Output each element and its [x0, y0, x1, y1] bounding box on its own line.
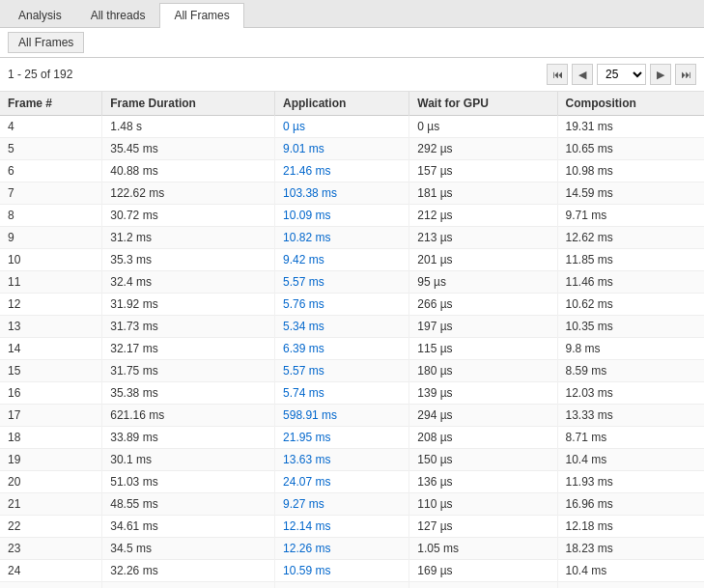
first-page-button[interactable]: ⏮	[547, 64, 568, 85]
table-cell: 20	[0, 471, 102, 493]
table-cell: 11.93 ms	[557, 471, 704, 493]
tab-analysis[interactable]: Analysis	[4, 3, 76, 27]
table-cell: 31.73 ms	[102, 316, 275, 338]
table-cell: 51.03 ms	[102, 471, 275, 493]
table-cell: 19.31 ms	[557, 116, 704, 138]
table-cell: 6	[0, 160, 102, 182]
table-cell: 5	[0, 138, 102, 160]
table-row[interactable]: 1035.3 ms9.42 ms201 µs11.85 ms	[0, 249, 704, 271]
table-cell: 31.92 ms	[102, 294, 275, 316]
table-row[interactable]: 1531.75 ms5.57 ms180 µs8.59 ms	[0, 360, 704, 382]
table-cell: 10.59 ms	[275, 560, 409, 582]
table-cell: 5.57 ms	[275, 271, 409, 294]
table-body: 41.48 s0 µs0 µs19.31 ms535.45 ms9.01 ms2…	[0, 116, 704, 589]
table-cell: 30.1 ms	[102, 449, 275, 471]
table-cell: 10.62 ms	[557, 294, 704, 316]
table-cell: 35.3 ms	[102, 249, 275, 271]
table-cell: 1.05 ms	[409, 538, 557, 560]
table-cell: 197 µs	[409, 316, 557, 338]
last-page-button[interactable]: ⏭	[675, 64, 696, 85]
table-cell: 33.89 ms	[102, 427, 275, 449]
table-cell: 115 µs	[409, 338, 557, 360]
table-row[interactable]: 2334.5 ms12.26 ms1.05 ms18.23 ms	[0, 538, 704, 560]
table-row[interactable]: 1132.4 ms5.57 ms95 µs11.46 ms	[0, 271, 704, 294]
sub-tab-all-frames[interactable]: All Frames	[8, 32, 84, 53]
table-cell: 6.39 ms	[275, 338, 409, 360]
table-cell: 8.59 ms	[557, 360, 704, 382]
table-cell: 9.8 ms	[557, 338, 704, 360]
table-cell: 40.88 ms	[102, 160, 275, 182]
table-cell: 110 µs	[409, 493, 557, 516]
table-cell: 22	[0, 516, 102, 538]
table-row[interactable]: 1331.73 ms5.34 ms197 µs10.35 ms	[0, 316, 704, 338]
table-cell: 18.23 ms	[557, 538, 704, 560]
table-cell: 8.71 ms	[557, 427, 704, 449]
table-row[interactable]: 17621.16 ms598.91 ms294 µs13.33 ms	[0, 405, 704, 427]
page-size-select[interactable]: 102550100	[597, 64, 646, 85]
table-cell: 10.4 ms	[557, 449, 704, 471]
table-cell: 136 µs	[409, 471, 557, 493]
table-cell: 10.65 ms	[557, 138, 704, 160]
table-cell: 12.26 ms	[275, 538, 409, 560]
table-header-row: Frame #Frame DurationApplicationWait for…	[0, 92, 704, 116]
table-cell: 201 µs	[409, 249, 557, 271]
table-row[interactable]: 2432.26 ms10.59 ms169 µs10.4 ms	[0, 560, 704, 582]
table-cell: 16.96 ms	[557, 493, 704, 516]
table-cell: 13	[0, 316, 102, 338]
table-row[interactable]: 830.72 ms10.09 ms212 µs9.71 ms	[0, 205, 704, 227]
frames-table: Frame #Frame DurationApplicationWait for…	[0, 92, 704, 588]
table-cell: 10.09 ms	[275, 205, 409, 227]
table-cell: 31.75 ms	[102, 360, 275, 382]
sub-tab-bar: All Frames	[0, 28, 704, 58]
table-cell: 10.42 ms	[557, 582, 704, 589]
table-cell: 139 µs	[409, 382, 557, 405]
table-cell: 4	[0, 116, 102, 138]
table-row[interactable]: 2234.61 ms12.14 ms127 µs12.18 ms	[0, 516, 704, 538]
first-page-icon: ⏮	[552, 69, 563, 80]
next-page-button[interactable]: ▶	[650, 64, 671, 85]
table-cell: 208 µs	[409, 427, 557, 449]
table-row[interactable]: 1930.1 ms13.63 ms150 µs10.4 ms	[0, 449, 704, 471]
table-cell: 213 µs	[409, 227, 557, 249]
table-cell: 181 µs	[409, 182, 557, 205]
table-row[interactable]: 931.2 ms10.82 ms213 µs12.62 ms	[0, 227, 704, 249]
table-cell: 12.18 ms	[557, 516, 704, 538]
table-cell: 24	[0, 560, 102, 582]
table-cell: 48.55 ms	[102, 493, 275, 516]
table-cell: 12.14 ms	[275, 516, 409, 538]
table-row[interactable]: 535.45 ms9.01 ms292 µs10.65 ms	[0, 138, 704, 160]
table-row[interactable]: 1432.17 ms6.39 ms115 µs9.8 ms	[0, 338, 704, 360]
table-cell: 25.17 ms	[102, 582, 275, 589]
range-label: 1 - 25 of 192	[8, 68, 72, 81]
table-row[interactable]: 2051.03 ms24.07 ms136 µs11.93 ms	[0, 471, 704, 493]
table-cell: 16	[0, 382, 102, 405]
table-row[interactable]: 640.88 ms21.46 ms157 µs10.98 ms	[0, 160, 704, 182]
table-row[interactable]: 1635.38 ms5.74 ms139 µs12.03 ms	[0, 382, 704, 405]
table-row[interactable]: 7122.62 ms103.38 ms181 µs14.59 ms	[0, 182, 704, 205]
table-row[interactable]: 41.48 s0 µs0 µs19.31 ms	[0, 116, 704, 138]
col-header-frame-duration: Frame Duration	[102, 92, 275, 116]
table-row[interactable]: 2525.17 ms12.58 ms166 µs10.42 ms	[0, 582, 704, 589]
table-cell: 11.85 ms	[557, 249, 704, 271]
table-cell: 14	[0, 338, 102, 360]
prev-page-button[interactable]: ◀	[572, 64, 593, 85]
table-cell: 12	[0, 294, 102, 316]
tab-all-threads[interactable]: All threads	[76, 3, 160, 27]
tab-all-frames[interactable]: All Frames	[159, 3, 243, 28]
table-cell: 294 µs	[409, 405, 557, 427]
table-row[interactable]: 1231.92 ms5.76 ms266 µs10.62 ms	[0, 294, 704, 316]
table-cell: 34.61 ms	[102, 516, 275, 538]
table-cell: 166 µs	[409, 582, 557, 589]
table-row[interactable]: 1833.89 ms21.95 ms208 µs8.71 ms	[0, 427, 704, 449]
table-cell: 17	[0, 405, 102, 427]
table-cell: 292 µs	[409, 138, 557, 160]
table-cell: 19	[0, 449, 102, 471]
table-cell: 32.26 ms	[102, 560, 275, 582]
table-cell: 122.62 ms	[102, 182, 275, 205]
table-row[interactable]: 2148.55 ms9.27 ms110 µs16.96 ms	[0, 493, 704, 516]
table-cell: 9.71 ms	[557, 205, 704, 227]
toolbar: 1 - 25 of 192 ⏮ ◀ 102550100 ▶ ⏭	[0, 58, 704, 92]
table-cell: 9.42 ms	[275, 249, 409, 271]
table-cell: 8	[0, 205, 102, 227]
table-cell: 1.48 s	[102, 116, 275, 138]
